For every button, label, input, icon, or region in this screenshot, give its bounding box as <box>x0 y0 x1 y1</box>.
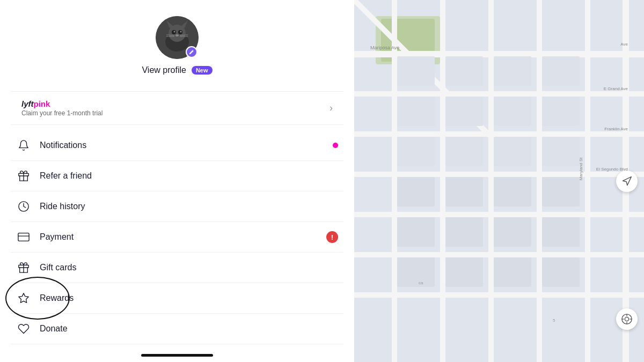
svg-rect-44 <box>537 0 542 362</box>
svg-text:ca: ca <box>419 280 423 285</box>
svg-rect-66 <box>494 217 531 247</box>
menu-items-list: Notifications Refer a friend <box>0 130 354 349</box>
svg-point-8 <box>180 31 182 33</box>
svg-rect-52 <box>397 97 435 126</box>
gift2-icon <box>16 260 31 275</box>
menu-item-gift-cards[interactable]: Gift cards <box>11 253 343 283</box>
svg-rect-36 <box>354 131 644 137</box>
menu-item-notifications[interactable]: Notifications <box>11 130 343 161</box>
card-icon <box>16 230 31 245</box>
svg-rect-67 <box>542 217 580 247</box>
svg-rect-49 <box>445 56 483 86</box>
bell-icon <box>16 138 31 153</box>
svg-text:Mariposa Ave: Mariposa Ave <box>370 45 399 50</box>
heart-icon <box>16 321 31 336</box>
svg-marker-80 <box>623 176 632 185</box>
navigation-button[interactable] <box>616 171 638 192</box>
lyft-pink-subtitle: Claim your free 1-month trial <box>21 109 103 117</box>
svg-rect-65 <box>445 217 483 247</box>
lyft-pink-info: lyftpink Claim your free 1-month trial <box>21 99 103 117</box>
home-indicator <box>141 354 213 357</box>
svg-rect-63 <box>542 177 580 206</box>
svg-rect-40 <box>354 292 644 298</box>
svg-rect-45 <box>585 0 590 362</box>
svg-rect-68 <box>397 257 435 287</box>
menu-item-help[interactable]: Help <box>11 344 343 349</box>
refer-label: Refer a friend <box>40 171 338 181</box>
svg-rect-48 <box>397 56 435 86</box>
payment-label: Payment <box>40 232 326 242</box>
svg-text:Franklin Ave: Franklin Ave <box>604 127 628 131</box>
svg-point-9 <box>175 34 179 36</box>
svg-text:E Grand Ave: E Grand Ave <box>604 86 628 91</box>
menu-item-ride-history[interactable]: Ride history <box>11 191 343 222</box>
svg-rect-41 <box>392 0 397 362</box>
svg-rect-59 <box>542 137 580 166</box>
payment-alert-icon: ! <box>326 231 338 243</box>
svg-rect-39 <box>354 252 644 257</box>
lyft-pink-logo: lyftpink <box>21 99 103 108</box>
svg-point-82 <box>625 317 628 321</box>
gift-icon <box>16 168 31 183</box>
lyft-pink-banner[interactable]: lyftpink Claim your free 1-month trial › <box>11 91 343 125</box>
rewards-label: Rewards <box>40 293 338 303</box>
menu-item-rewards[interactable]: Rewards <box>11 283 343 314</box>
svg-rect-50 <box>494 56 531 86</box>
svg-text:Maryland St: Maryland St <box>579 157 583 180</box>
svg-rect-62 <box>494 177 531 206</box>
svg-rect-61 <box>445 177 483 206</box>
svg-rect-71 <box>542 257 580 287</box>
gift-cards-label: Gift cards <box>40 263 338 272</box>
svg-marker-22 <box>19 293 28 302</box>
menu-item-refer[interactable]: Refer a friend <box>11 161 343 191</box>
menu-item-payment[interactable]: Payment ! <box>11 222 343 253</box>
svg-rect-18 <box>18 233 29 241</box>
svg-rect-37 <box>354 172 644 177</box>
svg-rect-43 <box>488 0 494 362</box>
svg-text:5: 5 <box>553 318 555 323</box>
map-background: Mariposa Ave Ave E Grand Ave Franklin Av… <box>354 0 644 362</box>
clock-icon <box>16 199 31 214</box>
view-profile-row: View profile New <box>142 65 212 75</box>
svg-rect-38 <box>354 212 644 217</box>
svg-rect-53 <box>445 97 483 126</box>
svg-rect-42 <box>440 0 445 362</box>
svg-rect-58 <box>494 137 531 166</box>
svg-rect-69 <box>445 257 483 287</box>
svg-text:Ave: Ave <box>620 42 628 47</box>
svg-point-7 <box>174 31 175 33</box>
star-icon <box>16 291 31 306</box>
notifications-label: Notifications <box>40 141 333 150</box>
notifications-badge <box>333 143 338 148</box>
svg-rect-54 <box>494 97 531 126</box>
svg-rect-55 <box>542 97 580 126</box>
donate-label: Donate <box>40 324 338 334</box>
avatar-edit-badge[interactable] <box>186 46 197 58</box>
avatar[interactable] <box>156 16 199 59</box>
ride-history-label: Ride history <box>40 202 338 211</box>
svg-rect-35 <box>354 91 644 97</box>
pink-word: pink <box>34 99 50 108</box>
compass-button[interactable] <box>616 308 638 330</box>
profile-section: View profile New <box>0 0 354 86</box>
svg-rect-64 <box>397 217 435 247</box>
lyft-word: lyft <box>21 99 34 108</box>
svg-rect-56 <box>397 137 435 166</box>
chevron-right-icon: › <box>330 102 333 114</box>
svg-rect-60 <box>397 177 435 206</box>
svg-rect-70 <box>494 257 531 287</box>
svg-rect-57 <box>445 137 483 166</box>
svg-rect-51 <box>542 56 580 86</box>
menu-panel: View profile New lyftpink Claim your fre… <box>0 0 354 362</box>
view-profile-link[interactable]: View profile <box>142 65 186 75</box>
menu-item-donate[interactable]: Donate <box>11 314 343 344</box>
map-panel: Mariposa Ave Ave E Grand Ave Franklin Av… <box>354 0 644 362</box>
new-badge: New <box>192 66 213 75</box>
